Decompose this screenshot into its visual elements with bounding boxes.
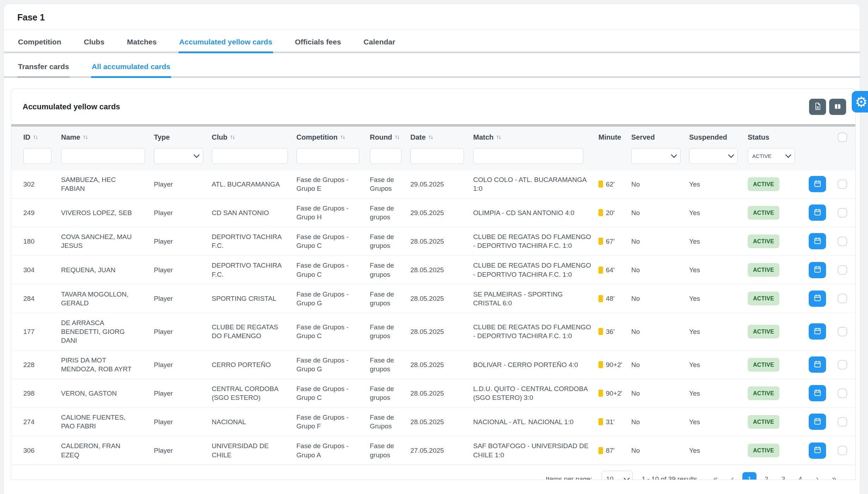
pager-next-button[interactable]: ›: [810, 472, 824, 480]
filter-select-suspended[interactable]: [689, 148, 738, 164]
subtab-transfer-cards[interactable]: Transfer cards: [17, 53, 70, 78]
column-header-club[interactable]: Club↑↓: [212, 133, 296, 141]
pager-first-button[interactable]: «: [709, 472, 723, 480]
column-header-type: Type: [154, 133, 212, 141]
filter-cell-club: [212, 148, 296, 164]
filter-select-value: ACTIVE: [752, 153, 771, 159]
yellow-card-icon: [598, 390, 603, 397]
filter-select-status[interactable]: ACTIVE: [748, 148, 795, 164]
filter-input-name[interactable]: [61, 148, 145, 164]
table-row: 228PIRIS DA MOT MENDOZA, ROB AYRTPlayerC…: [11, 350, 855, 379]
select-all-checkbox[interactable]: [838, 133, 847, 142]
row-checkbox[interactable]: [838, 208, 847, 218]
cell-date: 29.05.2025: [410, 175, 473, 194]
cell-status: ACTIVE: [748, 201, 809, 225]
cell-suspended: Yes: [689, 175, 748, 194]
column-header-match[interactable]: Match↑↓: [473, 133, 598, 141]
main-tabs: CompetitionClubsMatchesAccumulated yello…: [4, 30, 860, 53]
calendar-button[interactable]: [809, 356, 826, 373]
filter-select-type[interactable]: [154, 148, 203, 164]
column-header-id[interactable]: ID↑↓: [23, 133, 61, 141]
calendar-button[interactable]: [809, 385, 826, 401]
file-excel-icon: [814, 102, 822, 111]
settings-gear-button[interactable]: ⚙: [852, 91, 868, 112]
calendar-button[interactable]: [809, 291, 826, 307]
cell-round: Fase de grupos: [370, 436, 410, 464]
calendar-button[interactable]: [809, 443, 826, 459]
cell-select: [838, 412, 847, 432]
tab-officials-fees[interactable]: Officials fees: [294, 30, 342, 53]
row-checkbox[interactable]: [838, 389, 847, 398]
filter-input-id[interactable]: [23, 148, 52, 164]
cell-action: [809, 257, 838, 283]
cell-id: 304: [23, 260, 61, 280]
calendar-button[interactable]: [809, 205, 826, 221]
calendar-button[interactable]: [809, 233, 826, 249]
sort-icon: ↑↓: [496, 134, 501, 141]
cell-id: 177: [23, 322, 61, 341]
calendar-icon: [813, 417, 822, 427]
column-header-date[interactable]: Date↑↓: [410, 133, 473, 141]
column-header-competition[interactable]: Competition↑↓: [296, 133, 370, 141]
row-checkbox[interactable]: [838, 360, 847, 370]
pager-page-3[interactable]: 3: [776, 472, 790, 480]
row-checkbox[interactable]: [838, 179, 847, 189]
items-per-page-select[interactable]: 10: [602, 471, 633, 480]
cell-type: Player: [154, 355, 212, 374]
filter-cell-competition: [296, 148, 370, 164]
cell-competition: Fase de Grupos - Grupo E: [296, 170, 370, 198]
row-checkbox[interactable]: [838, 237, 847, 246]
tab-accumulated-yellow-cards[interactable]: Accumulated yellow cards: [179, 30, 273, 53]
tab-clubs[interactable]: Clubs: [83, 30, 105, 53]
row-checkbox[interactable]: [838, 265, 847, 275]
pager-prev-button[interactable]: ‹: [725, 472, 740, 480]
filter-input-competition[interactable]: [296, 148, 359, 164]
column-header-name[interactable]: Name↑↓: [61, 133, 154, 141]
column-label: Name: [61, 133, 80, 141]
cell-select: [838, 260, 847, 280]
column-label: Status: [748, 133, 769, 141]
columns-button[interactable]: [829, 99, 846, 115]
table-scrollbar[interactable]: [11, 124, 855, 127]
cell-match: CLUBE DE REGATAS DO FLAMENGO - DEPORTIVO…: [473, 317, 598, 346]
calendar-button[interactable]: [809, 323, 826, 340]
export-excel-button[interactable]: [809, 99, 826, 115]
cell-name: VIVEROS LOPEZ, SEB: [61, 203, 154, 222]
tab-competition[interactable]: Competition: [17, 30, 62, 53]
calendar-button[interactable]: [809, 414, 826, 430]
cell-served: No: [631, 355, 689, 374]
pager-last-button[interactable]: »: [827, 472, 841, 480]
row-checkbox[interactable]: [838, 446, 847, 455]
yellow-card-icon: [598, 238, 603, 245]
filter-input-round[interactable]: [370, 148, 402, 164]
cell-select: [838, 440, 847, 461]
cell-suspended: Yes: [689, 232, 748, 251]
filter-select-served[interactable]: [631, 148, 681, 164]
calendar-button[interactable]: [809, 176, 826, 192]
pager-page-2[interactable]: 2: [759, 472, 773, 480]
chevron-down-icon: [728, 152, 734, 158]
cell-type: Player: [154, 289, 212, 308]
filter-input-match[interactable]: [473, 148, 583, 164]
column-header-round[interactable]: Round↑↓: [370, 133, 410, 141]
cell-name: COVA SANCHEZ, MAU JESUS: [61, 227, 154, 255]
filter-input-date[interactable]: [410, 148, 464, 164]
column-header-served: Served: [631, 133, 689, 141]
subtab-all-accumulated-cards[interactable]: All accumulated cards: [91, 53, 171, 78]
yellow-card-icon: [598, 328, 603, 335]
pager-page-4[interactable]: 4: [793, 472, 807, 480]
cell-minute: 90+2': [598, 384, 631, 403]
row-checkbox[interactable]: [838, 327, 847, 336]
calendar-icon: [813, 327, 822, 336]
calendar-button[interactable]: [809, 262, 826, 278]
filter-input-club[interactable]: [212, 148, 288, 164]
table-row: 302SAMBUEZA, HEC FABIANPlayerATL. BUCARA…: [11, 170, 855, 198]
row-checkbox[interactable]: [838, 294, 847, 303]
tab-matches[interactable]: Matches: [126, 30, 157, 53]
results-count: 1 - 10 of 39 results: [642, 475, 697, 480]
filter-cell-suspended: [689, 148, 748, 164]
row-checkbox[interactable]: [838, 417, 847, 427]
pager-page-1[interactable]: 1: [742, 472, 757, 480]
status-badge: ACTIVE: [748, 292, 779, 305]
tab-calendar[interactable]: Calendar: [363, 30, 396, 53]
